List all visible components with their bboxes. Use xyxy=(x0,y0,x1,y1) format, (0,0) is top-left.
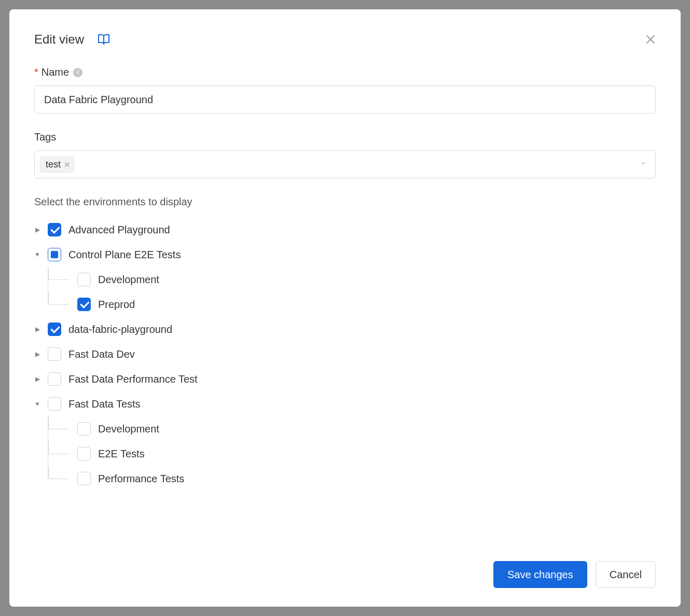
tree-checkbox[interactable] xyxy=(48,347,61,361)
tags-label: Tags xyxy=(34,131,656,143)
tag-chip: test ✕ xyxy=(40,157,74,173)
environments-label: Select the environments to display xyxy=(34,196,656,208)
tree-checkbox[interactable] xyxy=(77,447,91,460)
dialog-footer: Save changes Cancel xyxy=(34,551,656,588)
edit-view-dialog: Edit view *Name i Tags test ✕ xyxy=(9,9,681,607)
tree-checkbox[interactable] xyxy=(48,323,61,336)
caret-right-icon[interactable]: ▶ xyxy=(34,226,40,233)
close-button[interactable] xyxy=(644,33,657,46)
tag-chip-label: test xyxy=(46,159,61,170)
tree-node-label[interactable]: Preprod xyxy=(98,299,135,311)
name-input[interactable] xyxy=(34,86,656,114)
required-indicator: * xyxy=(34,66,38,78)
tag-remove-icon[interactable]: ✕ xyxy=(64,161,71,169)
tree-node: ▶Fast Data Dev xyxy=(34,342,656,367)
caret-right-icon[interactable]: ▶ xyxy=(34,326,40,333)
tree-node-label[interactable]: Fast Data Tests xyxy=(68,398,141,410)
tree-node-label[interactable]: Control Plane E2E Tests xyxy=(68,249,181,261)
save-button[interactable]: Save changes xyxy=(493,561,587,588)
tree-checkbox[interactable] xyxy=(48,223,61,236)
tree-node: ▶Fast Data Performance Test xyxy=(34,367,656,391)
tree-node-label[interactable]: data-fabric-playground xyxy=(68,324,172,335)
tree-node-label[interactable]: Development xyxy=(98,274,159,286)
tree-node-label[interactable]: E2E Tests xyxy=(98,448,145,460)
tree-checkbox[interactable] xyxy=(77,422,91,436)
dialog-title: Edit view xyxy=(34,32,84,47)
tree-node: ▼Fast Data Tests xyxy=(34,391,656,416)
tree-node-label[interactable]: Advanced Playground xyxy=(68,224,170,236)
tree-checkbox[interactable] xyxy=(77,273,91,286)
tree-node-label[interactable]: Performance Tests xyxy=(98,473,184,485)
caret-down-icon[interactable]: ▼ xyxy=(34,400,40,408)
tree-checkbox[interactable] xyxy=(48,248,61,261)
cancel-button[interactable]: Cancel xyxy=(596,561,656,588)
caret-right-icon[interactable]: ▶ xyxy=(34,351,40,358)
tree-child-node: Performance Tests xyxy=(48,466,656,491)
tree-checkbox[interactable] xyxy=(77,472,91,485)
tags-field-group: Tags test ✕ xyxy=(34,131,656,178)
tree-checkbox[interactable] xyxy=(77,298,91,311)
environments-tree: ▶Advanced Playground▼Control Plane E2E T… xyxy=(34,217,656,491)
caret-right-icon[interactable]: ▶ xyxy=(34,375,40,383)
info-icon[interactable]: i xyxy=(73,68,82,77)
tree-node: ▶Advanced Playground xyxy=(34,217,656,242)
tree-children: DevelopmentE2E TestsPerformance Tests xyxy=(48,416,656,491)
tree-child-node: Development xyxy=(48,416,656,441)
caret-down-icon[interactable]: ▼ xyxy=(34,251,40,258)
dialog-header: Edit view xyxy=(34,32,656,47)
tree-node: ▶data-fabric-playground xyxy=(34,317,656,342)
name-label: *Name i xyxy=(34,66,656,78)
tree-checkbox[interactable] xyxy=(48,372,61,386)
tree-child-node: Development xyxy=(48,267,656,292)
documentation-link-icon[interactable] xyxy=(98,33,110,46)
name-field-group: *Name i xyxy=(34,66,656,114)
chevron-down-icon[interactable] xyxy=(640,160,647,169)
tree-child-node: Preprod xyxy=(48,292,656,317)
tree-node-label[interactable]: Fast Data Performance Test xyxy=(68,373,198,385)
tree-node: ▼Control Plane E2E Tests xyxy=(34,242,656,267)
tree-node-label[interactable]: Fast Data Dev xyxy=(68,348,135,360)
tree-children: DevelopmentPreprod xyxy=(48,267,656,317)
tree-node-label[interactable]: Development xyxy=(98,423,159,435)
tags-input[interactable]: test ✕ xyxy=(34,150,656,178)
tree-child-node: E2E Tests xyxy=(48,441,656,466)
tree-checkbox[interactable] xyxy=(48,397,61,411)
